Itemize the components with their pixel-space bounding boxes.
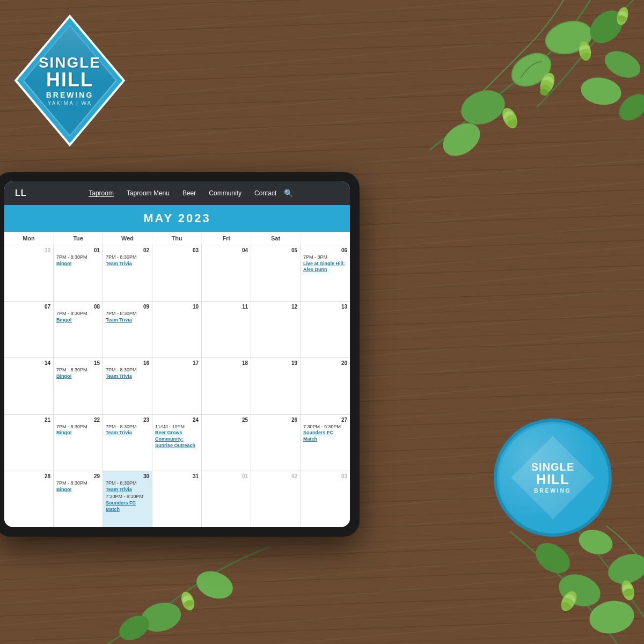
calendar-day-headers: Mon Tue Wed Thu Fri Sat [4,232,350,245]
coaster-text-hill: HILL [531,472,574,486]
table-row: 12 [251,302,301,357]
table-row: 17 [152,358,202,414]
svg-point-25 [579,75,624,108]
table-row: 06 7PM - 8PM Live at Single Hill: Alex D… [301,245,350,301]
table-row: 25 [202,415,251,471]
day-header-fri: Fri [202,232,251,245]
table-row: 15 7PM - 8:30PM Bingo! [54,358,103,414]
nav-link-community[interactable]: Community [203,187,247,199]
calendar-header: MAY 2023 [4,205,350,232]
nav-link-taproom[interactable]: Taproom [83,187,119,199]
table-row: 19 [251,358,301,414]
search-icon[interactable]: 🔍 [284,189,293,197]
table-row: 27 7:30PM - 9:30PM Sounders FC Match [301,415,350,471]
svg-point-23 [601,46,644,83]
day-header-sun [301,232,350,245]
svg-point-39 [193,566,237,603]
calendar-week-5: 28 29 7PM - 8:30PM Bingo! 30 7PM - 8:30P… [4,471,350,527]
table-row: 03 [301,471,350,527]
table-row: 04 [202,245,251,301]
calendar-title: MAY 2023 [11,211,343,225]
day-header-mon: Mon [4,232,54,245]
sticker-text-single: SINGLE [39,55,101,70]
table-row: 01 7PM - 8:30PM Bingo! [54,245,103,301]
table-row: 16 7PM - 8:30PM Team Trivia [103,358,152,414]
coaster-text-brewing: BREWING [531,488,574,494]
svg-point-5 [456,84,509,130]
single-hill-coaster: SINGLE HILL BREWING [494,419,612,537]
table-row: 21 [4,415,54,471]
table-row: 22 7PM - 8:30PM Bingo! [54,415,103,471]
table-row: 03 [152,245,202,301]
table-row: 20 [301,358,350,414]
hops-topright-decoration [376,0,644,215]
table-row: 26 [251,415,301,471]
coaster-text-single: SINGLE [531,462,574,472]
day-header-wed: Wed [103,232,152,245]
table-row: 30 7PM - 8:30PM Team Trivia 7:30PM - 8:3… [103,471,152,527]
table-row: 09 7PM - 8:30PM Team Trivia [103,302,152,357]
table-row: 24 11AM - 10PM Beer Grows Community: Sun… [152,415,202,471]
svg-point-28 [530,537,576,579]
tablet-device: LL Taproom Taproom Menu Beer Community C… [0,172,360,537]
table-row: 18 [202,358,251,414]
day-header-tue: Tue [54,232,103,245]
nav-link-beer[interactable]: Beer [177,187,201,199]
table-row: 23 7PM - 8:30PM Team Trivia [103,415,152,471]
single-hill-sticker: SINGLE HILL BREWING YAKIMA | WA [11,32,129,129]
table-row: 02 [251,471,301,527]
hops-bottom-decoration [107,537,295,644]
table-row: 30 [4,245,54,301]
table-row: 05 [251,245,301,301]
table-row: 13 [301,302,350,357]
calendar-week-4: 21 22 7PM - 8:30PM Bingo! 23 7PM - 8:30P… [4,415,350,471]
nav-link-contact[interactable]: Contact [249,187,282,199]
table-row: 29 7PM - 8:30PM Bingo! [54,471,103,527]
table-row: 02 7PM - 8:30PM Team Trivia [103,245,152,301]
calendar-week-1: 30 01 7PM - 8:30PM Bingo! 02 7PM - 8:30P… [4,245,350,302]
navigation-bar: LL Taproom Taproom Menu Beer Community C… [4,181,350,205]
nav-link-taproom-menu[interactable]: Taproom Menu [121,187,175,199]
tablet-screen: LL Taproom Taproom Menu Beer Community C… [4,181,350,527]
svg-point-30 [576,526,615,558]
nav-links-container: Taproom Taproom Menu Beer Community Cont… [38,187,339,199]
table-row: 11 [202,302,251,357]
sticker-text-hill: HILL [46,70,93,90]
table-row: 28 [4,471,54,527]
calendar-grid: Mon Tue Wed Thu Fri Sat 30 01 7PM [4,232,350,527]
day-header-sat: Sat [251,232,301,245]
table-row: 14 [4,358,54,414]
day-header-thu: Thu [152,232,202,245]
calendar-week-3: 14 15 7PM - 8:30PM Bingo! 16 7PM - 8:30P… [4,358,350,414]
nav-logo: LL [15,188,27,198]
table-row: 08 7PM - 8:30PM Bingo! [54,302,103,357]
table-row: 10 [152,302,202,357]
calendar-week-2: 07 08 7PM - 8:30PM Bingo! 09 7PM - 8:30P… [4,302,350,358]
calendar-weeks: 30 01 7PM - 8:30PM Bingo! 02 7PM - 8:30P… [4,245,350,527]
sticker-text-brewing: BREWING [46,91,94,99]
table-row: 31 [152,471,202,527]
sticker-text-location: YAKIMA | WA [48,100,92,106]
table-row: 01 [202,471,251,527]
table-row: 07 [4,302,54,357]
